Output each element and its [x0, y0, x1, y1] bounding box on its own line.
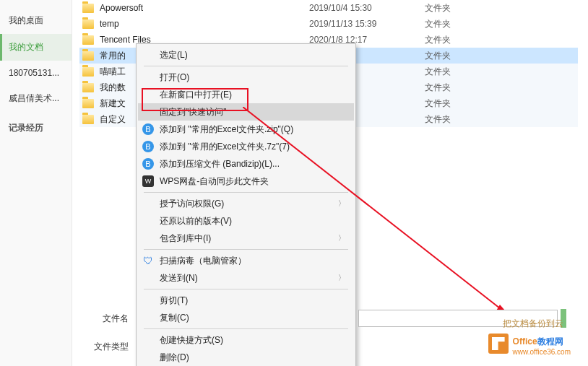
- file-type: 文件夹: [425, 18, 483, 30]
- archive-icon: B: [142, 123, 154, 135]
- menu-add-zip[interactable]: B添加到 "常用的Excel文件夹.zip"(Q): [138, 121, 354, 138]
- menu-label: 还原以前的版本(V): [160, 215, 232, 227]
- menu-open[interactable]: 打开(O): [138, 69, 354, 86]
- menu-scan-virus[interactable]: 🛡扫描病毒（电脑管家）: [138, 252, 354, 269]
- chevron-right-icon: 〉: [338, 273, 345, 283]
- menu-label: 删除(D): [160, 352, 189, 364]
- menu-label: 包含到库中(I): [160, 232, 211, 245]
- sidebar-item-documents[interactable]: 我的文档: [0, 34, 72, 61]
- chevron-right-icon: 〉: [338, 199, 345, 209]
- folder-icon: [82, 67, 94, 77]
- archive-icon: B: [142, 158, 154, 170]
- folder-icon: [82, 4, 94, 13]
- menu-label: 添加到压缩文件 (Bandizip)(L)...: [160, 158, 280, 170]
- file-type: 文件夹: [425, 34, 483, 46]
- file-type: 文件夹: [425, 66, 483, 78]
- file-type: 文件夹: [425, 113, 483, 126]
- backup-note: 把文档备份到云: [503, 318, 563, 330]
- menu-label: 在新窗口中打开(E): [160, 89, 232, 101]
- menu-label: 选定(L): [160, 49, 188, 61]
- file-name: temp: [100, 19, 309, 29]
- folder-icon: [82, 35, 94, 45]
- logo-text: Office教程网 www.office36.com: [513, 331, 571, 356]
- file-type: 文件夹: [425, 2, 483, 14]
- filetype-label: 文件类型: [85, 341, 134, 353]
- wps-icon: W: [142, 175, 154, 187]
- menu-grant-access[interactable]: 授予访问权限(G)〉: [138, 195, 354, 212]
- chevron-right-icon: 〉: [338, 233, 345, 243]
- folder-icon: [82, 19, 94, 29]
- menu-label: WPS网盘-自动同步此文件夹: [160, 175, 269, 188]
- file-date: 2019/10/4 15:30: [309, 3, 425, 13]
- menu-separator: [144, 289, 348, 289]
- file-name: Apowersoft: [100, 3, 309, 13]
- menu-label: 授予访问权限(G): [160, 198, 224, 210]
- folder-icon: [82, 83, 94, 92]
- logo-brand2: 教程网: [537, 336, 563, 347]
- table-row[interactable]: temp2019/11/13 15:39文件夹: [79, 16, 578, 32]
- folder-icon: [82, 51, 94, 61]
- menu-separator: [144, 249, 348, 250]
- sidebar-item-number[interactable]: 180705131...: [0, 61, 72, 85]
- archive-icon: B: [142, 141, 154, 152]
- menu-open-new-window[interactable]: 在新窗口中打开(E): [138, 86, 354, 103]
- logo-url: www.office36.com: [513, 348, 571, 356]
- menu-label: 打开(O): [160, 71, 189, 84]
- filename-label: 文件名: [85, 313, 134, 325]
- file-type: 文件夹: [425, 97, 483, 110]
- file-type: 文件夹: [425, 50, 483, 62]
- logo-icon: [488, 334, 509, 354]
- menu-include-library[interactable]: 包含到库中(I)〉: [138, 230, 354, 247]
- file-date: 2019/11/13 15:39: [309, 19, 425, 29]
- table-row[interactable]: Apowersoft2019/10/4 15:30文件夹: [79, 0, 578, 16]
- sidebar: 我的桌面 我的文档 180705131... 威昌倩美术... 记录经历: [0, 0, 72, 366]
- menu-separator: [144, 66, 348, 66]
- folder-icon: [82, 99, 94, 108]
- menu-select[interactable]: 选定(L): [138, 46, 354, 64]
- logo-brand1: Office: [513, 336, 537, 347]
- watermark-logo: Office教程网 www.office36.com: [488, 331, 571, 356]
- folder-icon: [82, 115, 94, 124]
- file-type: 文件夹: [425, 82, 483, 94]
- menu-label: 扫描病毒（电脑管家）: [160, 255, 246, 267]
- menu-bandizip[interactable]: B添加到压缩文件 (Bandizip)(L)...: [138, 155, 354, 173]
- menu-add-7z[interactable]: B添加到 "常用的Excel文件夹.7z"(7): [138, 138, 354, 155]
- menu-label: 添加到 "常用的Excel文件夹.zip"(Q): [160, 123, 293, 136]
- menu-restore-versions[interactable]: 还原以前的版本(V): [138, 212, 354, 230]
- menu-label: 发送到(N): [160, 272, 198, 284]
- sidebar-item-desktop[interactable]: 我的桌面: [0, 7, 72, 34]
- sidebar-heading-history: 记录经历: [0, 112, 72, 139]
- shield-icon: 🛡: [142, 255, 154, 266]
- menu-pin-quick-access[interactable]: 固定到"快速访问": [138, 103, 354, 121]
- sidebar-item-art[interactable]: 威昌倩美术...: [0, 85, 72, 112]
- menu-separator: [144, 192, 348, 193]
- menu-label: 添加到 "常用的Excel文件夹.7z"(7): [160, 141, 290, 153]
- menu-label: 固定到"快速访问": [160, 106, 227, 118]
- menu-send-to[interactable]: 发送到(N)〉: [138, 269, 354, 287]
- menu-wps-sync[interactable]: WWPS网盘-自动同步此文件夹: [138, 173, 354, 190]
